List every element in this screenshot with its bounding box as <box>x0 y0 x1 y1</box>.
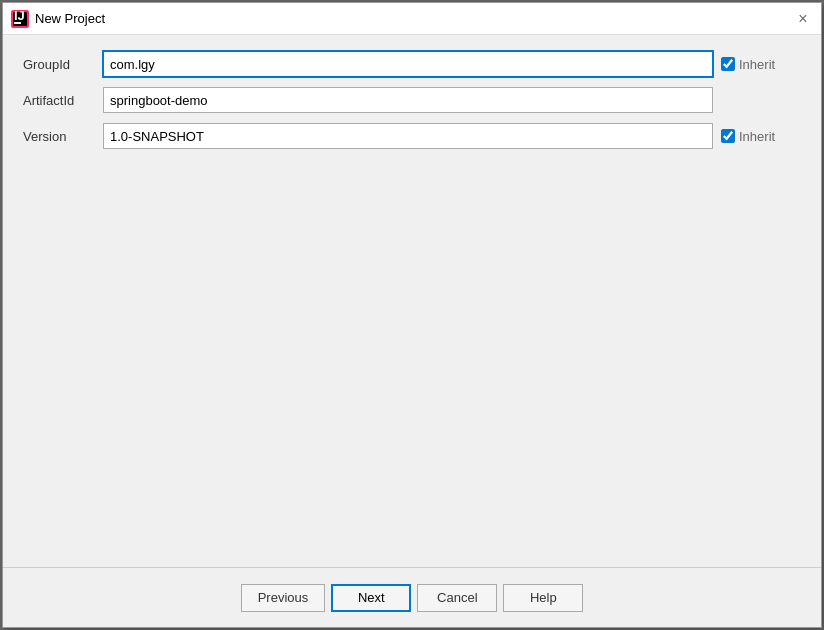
previous-button[interactable]: Previous <box>241 584 326 612</box>
version-inherit-checkbox[interactable] <box>721 129 735 143</box>
title-bar-left: IJ New Project <box>11 10 105 28</box>
groupid-label: GroupId <box>23 57 103 72</box>
artifactid-field-container <box>103 87 801 113</box>
groupid-field-container: Inherit <box>103 51 801 77</box>
version-row: Version Inherit <box>23 123 801 149</box>
next-button[interactable]: Next <box>331 584 411 612</box>
artifactid-row: ArtifactId <box>23 87 801 113</box>
groupid-row: GroupId Inherit <box>23 51 801 77</box>
version-input[interactable] <box>103 123 713 149</box>
groupid-input[interactable] <box>103 51 713 77</box>
new-project-dialog: IJ New Project × GroupId Inherit Artifac… <box>2 2 822 628</box>
version-inherit-label: Inherit <box>739 129 775 144</box>
intellij-icon: IJ <box>11 10 29 28</box>
groupid-inherit-checkbox[interactable] <box>721 57 735 71</box>
version-inherit-container: Inherit <box>721 129 801 144</box>
dialog-title: New Project <box>35 11 105 26</box>
groupid-inherit-label: Inherit <box>739 57 775 72</box>
groupid-inherit-container: Inherit <box>721 57 801 72</box>
version-field-container: Inherit <box>103 123 801 149</box>
version-label: Version <box>23 129 103 144</box>
content-area: GroupId Inherit ArtifactId Version <box>3 35 821 567</box>
artifactid-label: ArtifactId <box>23 93 103 108</box>
title-bar: IJ New Project × <box>3 3 821 35</box>
help-button[interactable]: Help <box>503 584 583 612</box>
artifactid-input[interactable] <box>103 87 713 113</box>
footer: Previous Next Cancel Help <box>3 567 821 627</box>
close-button[interactable]: × <box>793 9 813 29</box>
svg-text:IJ: IJ <box>14 10 25 23</box>
cancel-button[interactable]: Cancel <box>417 584 497 612</box>
